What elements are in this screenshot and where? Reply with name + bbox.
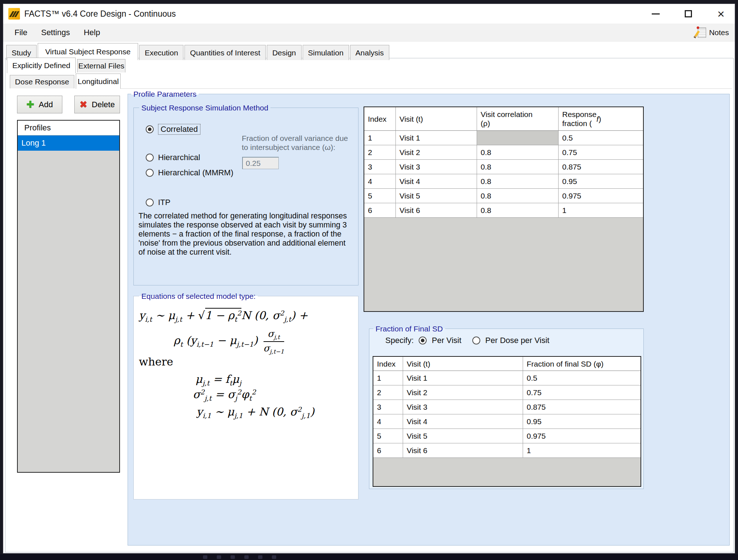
specify-label: Specify: <box>385 336 414 345</box>
menu-settings[interactable]: Settings <box>34 24 77 41</box>
close-button[interactable]: × <box>715 8 727 20</box>
fraction-final-sd-table-header: IndexVisit (t)Fraction of final SD (φ) <box>373 357 640 371</box>
taskbar-icon[interactable] <box>217 555 221 559</box>
table-cell[interactable]: 1 <box>523 443 640 458</box>
visit-response-table: IndexVisit (t)Visit correlation(ρ)Respon… <box>364 106 644 312</box>
table-cell[interactable]: 0.975 <box>523 429 640 443</box>
table-row: 2Visit 20.75 <box>373 385 640 400</box>
table-cell[interactable]: 0.875 <box>559 160 643 174</box>
variance-fraction-input[interactable]: 0.25 <box>242 157 279 169</box>
profiles-list-header: Profiles <box>18 121 119 135</box>
variance-fraction-label: Fraction of overall variance due to inte… <box>242 134 355 152</box>
table-cell[interactable]: 6 <box>364 203 396 218</box>
tab-external-files[interactable]: External Files <box>77 59 125 72</box>
tab-execution[interactable]: Execution <box>139 45 183 60</box>
tab-analysis[interactable]: Analysis <box>350 45 389 60</box>
table-cell[interactable]: 3 <box>364 160 396 174</box>
minimize-button[interactable] <box>650 8 662 20</box>
table-row: 3Visit 30.875 <box>373 400 640 414</box>
radio-hierarchical-mmrm-circle[interactable] <box>146 169 154 177</box>
table-cell[interactable]: 0.95 <box>559 174 643 189</box>
tab-strip-divider <box>120 88 732 89</box>
tab-dose-response[interactable]: Dose Response <box>10 75 74 88</box>
table-cell[interactable]: 0.8 <box>477 203 559 218</box>
menu-help[interactable]: Help <box>77 24 107 41</box>
table-cell[interactable]: Visit 6 <box>403 443 523 458</box>
taskbar-icon[interactable] <box>272 555 276 559</box>
radio-itp-circle[interactable] <box>146 198 154 206</box>
table-cell[interactable]: 1 <box>364 131 396 145</box>
table-cell[interactable]: 3 <box>373 400 403 414</box>
table-cell[interactable]: 1 <box>559 203 643 218</box>
equation-where-2: σ2j,t = σj2φt2 <box>193 388 256 402</box>
column-header: Visit correlation(ρ) <box>477 107 559 131</box>
table-cell[interactable]: 0.75 <box>559 145 643 160</box>
profile-list-item-long-1[interactable]: Long 1 <box>18 135 119 151</box>
table-cell[interactable]: Visit 2 <box>403 385 523 400</box>
radio-correlated-circle[interactable] <box>146 125 154 133</box>
radio-itp[interactable]: ITP <box>146 198 170 207</box>
table-cell[interactable]: 1 <box>373 371 403 385</box>
table-cell[interactable]: Visit 1 <box>396 131 477 145</box>
radio-per-visit-circle[interactable] <box>419 337 427 344</box>
table-cell[interactable]: 0.5 <box>559 131 643 145</box>
taskbar-icon[interactable] <box>258 555 262 559</box>
tab-simulation[interactable]: Simulation <box>303 45 349 60</box>
tab-design[interactable]: Design <box>267 45 301 60</box>
radio-correlated[interactable]: Correlated <box>146 124 200 135</box>
table-cell[interactable]: Visit 3 <box>396 160 477 174</box>
table-cell[interactable]: 0.95 <box>523 414 640 429</box>
table-cell[interactable]: 2 <box>364 145 396 160</box>
method-description: The correlated method for generating lon… <box>138 212 351 257</box>
table-cell[interactable]: Visit 3 <box>403 400 523 414</box>
table-cell[interactable]: 0.8 <box>477 174 559 189</box>
table-cell[interactable]: Visit 5 <box>403 429 523 443</box>
fraction-final-sd-table: IndexVisit (t)Fraction of final SD (φ) 1… <box>373 356 641 487</box>
tab-longitudinal[interactable]: Longitudinal <box>76 74 121 89</box>
table-cell[interactable]: 5 <box>364 189 396 203</box>
table-cell[interactable]: Visit 6 <box>396 203 477 218</box>
table-row: 4Visit 40.95 <box>373 414 640 429</box>
table-cell[interactable]: 0.8 <box>477 189 559 203</box>
taskbar-icon[interactable] <box>203 555 207 559</box>
table-cell[interactable]: 0.975 <box>559 189 643 203</box>
table-cell[interactable]: Visit 1 <box>403 371 523 385</box>
table-cell[interactable]: 4 <box>364 174 396 189</box>
taskbar-icon[interactable] <box>231 555 235 559</box>
radio-hierarchical[interactable]: Hierarchical <box>146 153 200 162</box>
table-row: 2Visit 20.80.75 <box>364 145 643 160</box>
table-cell[interactable]: 0.875 <box>523 400 640 414</box>
equation-line-1: yi,t ∼ μj,t + √1 − ρt2N (0, σ2j,t) + <box>139 309 308 323</box>
delete-button[interactable]: ✖ Delete <box>74 96 120 113</box>
taskbar[interactable] <box>0 554 738 560</box>
table-cell[interactable]: 0.5 <box>523 371 640 385</box>
radio-correlated-label: Correlated <box>158 124 200 135</box>
screen: FACTS™ v6.4 Core Design - Continuous × F… <box>0 0 738 560</box>
table-cell[interactable]: Visit 4 <box>403 414 523 429</box>
add-button[interactable]: ✚ Add <box>17 96 62 113</box>
notes-button[interactable]: Notes <box>698 24 729 42</box>
table-cell[interactable]: Visit 5 <box>396 189 477 203</box>
radio-hierarchical-mmrm[interactable]: Hierarchical (MMRM) <box>146 168 233 177</box>
tab-quantities-of-interest[interactable]: Quantities of Interest <box>184 45 266 60</box>
table-cell[interactable]: Visit 4 <box>396 174 477 189</box>
radio-hierarchical-circle[interactable] <box>146 154 154 162</box>
table-cell[interactable]: 4 <box>373 414 403 429</box>
table-cell[interactable]: 0.8 <box>477 160 559 174</box>
table-cell[interactable]: 5 <box>373 429 403 443</box>
visit-response-table-empty-area <box>364 218 643 311</box>
fraction-final-sd-label: Fraction of Final SD <box>373 325 445 333</box>
table-cell[interactable]: 0.75 <box>523 385 640 400</box>
maximize-button[interactable] <box>683 8 694 20</box>
specify-row: Specify: Per Visit Per Dose per Visit <box>385 336 550 345</box>
menu-file[interactable]: File <box>8 24 34 41</box>
radio-per-dose-per-visit-circle[interactable] <box>472 337 480 344</box>
taskbar-icon[interactable] <box>244 555 249 559</box>
table-cell[interactable]: 0.8 <box>477 145 559 160</box>
add-button-label: Add <box>39 100 53 109</box>
table-cell[interactable]: Visit 2 <box>396 145 477 160</box>
table-cell[interactable]: 6 <box>373 443 403 458</box>
table-cell[interactable]: 2 <box>373 385 403 400</box>
table-row: 5Visit 50.975 <box>373 429 640 443</box>
tab-explicitly-defined[interactable]: Explicitly Defined <box>7 58 76 73</box>
